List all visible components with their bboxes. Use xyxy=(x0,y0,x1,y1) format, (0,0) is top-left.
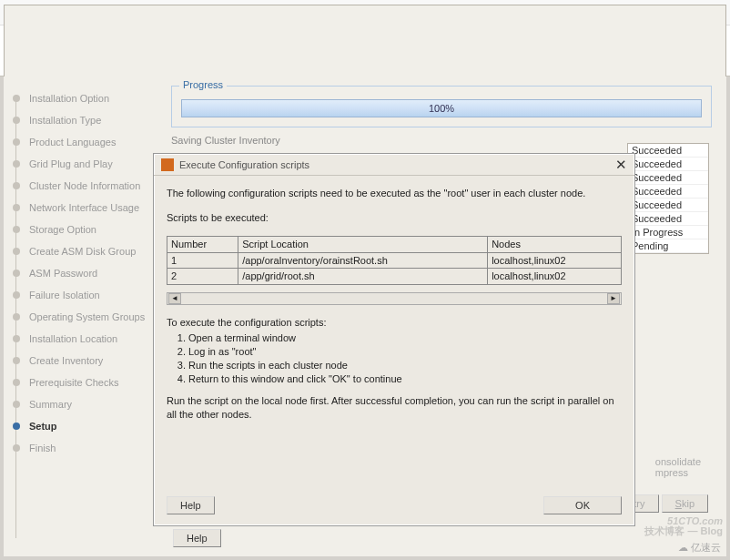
sidebar-step: Installation Option xyxy=(13,87,157,109)
dialog-icon xyxy=(161,158,174,171)
table-row: 1/app/oraInventory/orainstRoot.shlocalho… xyxy=(167,252,622,269)
step-bullet-icon xyxy=(13,226,20,233)
dialog-ok-button[interactable]: OK xyxy=(543,496,622,514)
sidebar-step: Installation Location xyxy=(13,328,157,350)
sidebar-step: Finish xyxy=(13,437,157,459)
status-item: In Progress xyxy=(628,226,708,239)
status-list: SucceededSucceededSucceededSucceededSucc… xyxy=(627,143,709,254)
step-label: Create Inventory xyxy=(29,355,103,366)
instruction-item: Open a terminal window xyxy=(188,331,622,345)
step-bullet-icon xyxy=(13,401,20,408)
sidebar-step: Prerequisite Checks xyxy=(13,372,157,393)
step-label: Finish xyxy=(29,443,56,453)
step-bullet-icon xyxy=(13,423,20,430)
step-bullet-icon xyxy=(13,182,20,189)
step-label: Prerequisite Checks xyxy=(29,377,118,388)
status-item: Pending xyxy=(628,239,708,253)
step-bullet-icon xyxy=(13,204,20,211)
progress-group: Progress 100% xyxy=(171,86,712,127)
sidebar-step: Setup xyxy=(13,415,157,437)
step-label: ASM Password xyxy=(29,268,97,279)
step-label: Installation Option xyxy=(29,93,109,104)
instruction-item: Return to this window and click "OK" to … xyxy=(188,372,622,386)
step-label: Storage Option xyxy=(29,224,96,235)
instruction-item: Run the scripts in each cluster node xyxy=(188,359,622,372)
status-item: Succeeded xyxy=(628,212,708,226)
step-bullet-icon xyxy=(13,444,20,452)
step-label: Setup xyxy=(29,421,57,432)
execute-scripts-dialog: Execute Configuration scripts ✕ The foll… xyxy=(153,153,635,526)
cloud-icon: ☁ xyxy=(678,542,688,554)
step-bullet-icon xyxy=(13,357,20,364)
sidebar-step: Create Inventory xyxy=(13,350,157,372)
sidebar-step: Create ASM Disk Group xyxy=(13,240,157,262)
col-number: Number xyxy=(167,236,238,252)
wizard-footer: Help xyxy=(173,529,710,547)
scripts-label: Scripts to be executed: xyxy=(167,211,622,225)
step-bullet-icon xyxy=(13,270,20,277)
step-label: Installation Type xyxy=(29,115,101,126)
step-bullet-icon xyxy=(13,248,20,255)
sidebar-step: Cluster Node Information xyxy=(13,175,157,197)
step-bullet-icon xyxy=(13,138,20,146)
help-button[interactable]: Help xyxy=(173,529,221,547)
step-label: Failure Isolation xyxy=(29,290,100,300)
dialog-title: Execute Configuration scripts xyxy=(179,159,615,170)
dialog-intro: The following configuration scripts need… xyxy=(167,187,622,200)
progress-legend: Progress xyxy=(179,79,227,90)
step-label: Create ASM Disk Group xyxy=(29,246,136,257)
step-label: Cluster Node Information xyxy=(29,180,140,191)
step-bullet-icon xyxy=(13,160,20,168)
step-bullet-icon xyxy=(13,335,20,342)
sidebar-step: Operating System Groups xyxy=(13,306,157,328)
scroll-left-icon[interactable]: ◄ xyxy=(168,293,181,304)
dialog-titlebar: Execute Configuration scripts ✕ xyxy=(154,154,634,176)
cloud-badge: ☁ 亿速云 xyxy=(678,541,721,555)
skip-button[interactable]: Skip xyxy=(662,494,708,513)
status-item: Succeeded xyxy=(628,144,708,158)
scroll-right-icon[interactable]: ► xyxy=(607,293,620,304)
dialog-body: The following configuration scripts need… xyxy=(154,176,634,474)
col-nodes: Nodes xyxy=(488,236,622,252)
step-bullet-icon xyxy=(13,313,20,321)
instruction-item: Log in as "root" xyxy=(188,345,622,359)
status-item: Succeeded xyxy=(628,199,708,212)
step-bullet-icon xyxy=(13,95,20,102)
step-label: Installation Location xyxy=(29,333,117,344)
dialog-note: Run the script on the local node first. … xyxy=(167,394,622,422)
sidebar-step: Grid Plug and Play xyxy=(13,153,157,175)
table-row: 2/app/grid/root.shlocalhost,linux02 xyxy=(167,269,622,285)
sidebar-step: Network Interface Usage xyxy=(13,197,157,219)
dialog-close-icon[interactable]: ✕ xyxy=(615,157,627,173)
step-label: Operating System Groups xyxy=(29,311,145,322)
sidebar-step: Failure Isolation xyxy=(13,284,157,306)
sidebar-step: Storage Option xyxy=(13,219,157,240)
dialog-help-button[interactable]: Help xyxy=(167,496,215,514)
sidebar-step: ASM Password xyxy=(13,262,157,284)
dialog-footer: Help OK xyxy=(167,496,622,514)
step-label: Network Interface Usage xyxy=(29,202,139,213)
status-item: Succeeded xyxy=(628,158,708,171)
instructions-list: Open a terminal windowLog in as "root"Ru… xyxy=(188,331,622,385)
horizontal-scrollbar[interactable]: ◄ ► xyxy=(167,292,622,305)
step-label: Grid Plug and Play xyxy=(29,158,113,169)
sidebar-step: Product Languages xyxy=(13,131,157,153)
sidebar-step: Summary xyxy=(13,393,157,415)
step-bullet-icon xyxy=(13,379,20,386)
step-label: Product Languages xyxy=(29,137,116,148)
col-location: Script Location xyxy=(238,236,488,252)
status-item: Succeeded xyxy=(628,185,708,199)
status-item: Succeeded xyxy=(628,171,708,185)
step-bullet-icon xyxy=(13,291,20,299)
scripts-table: Number Script Location Nodes 1/app/oraIn… xyxy=(167,236,622,286)
step-bullet-icon xyxy=(13,117,20,124)
sidebar-step: Installation Type xyxy=(13,109,157,131)
step-label: Summary xyxy=(29,399,72,410)
instructions-title: To execute the configuration scripts: xyxy=(167,316,622,330)
progress-bar: 100% xyxy=(181,99,702,117)
wizard-sidebar: Installation OptionInstallation TypeProd… xyxy=(4,76,157,556)
